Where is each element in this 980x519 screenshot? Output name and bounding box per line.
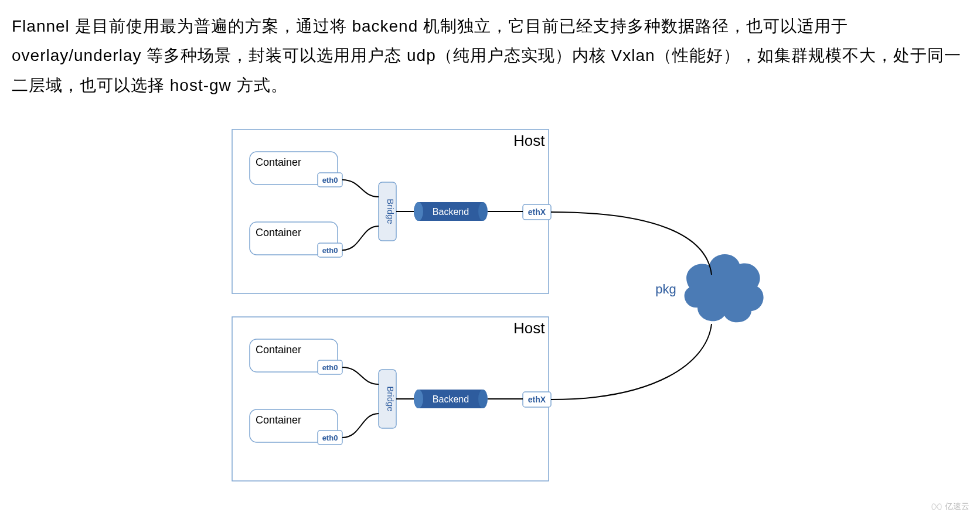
host-2-container-1: Container eth0 [250, 339, 342, 374]
watermark-text: 亿速云 [945, 501, 969, 504]
host-2-container-1-nic: eth0 [322, 363, 338, 372]
svg-point-19 [478, 390, 488, 408]
host-2-bridge-label: Bridge [386, 386, 396, 411]
host-1-container-1-label: Container [256, 156, 301, 168]
host-2-container-2: Container eth0 [250, 409, 342, 445]
cloud-label: pkg [655, 282, 676, 296]
host-2: Host Container eth0 Container eth0 Bridg… [232, 317, 551, 481]
link-h1-ethx-cloud [551, 212, 712, 275]
host-1-ethx: ethX [523, 204, 551, 220]
host-1-backend-label: Backend [433, 207, 469, 217]
svg-point-20 [414, 390, 423, 408]
link-h2-c1-bridge [342, 367, 379, 384]
link-h2-c2-bridge [342, 414, 379, 438]
host-1-container-2: Container eth0 [250, 222, 342, 257]
svg-point-8 [478, 202, 488, 221]
link-h1-c2-bridge [342, 226, 379, 250]
host-1-container-2-nic: eth0 [322, 246, 338, 255]
host-1-bridge: Bridge [379, 182, 396, 241]
host-1-backend: Backend [414, 202, 488, 221]
link-h1-c1-bridge [342, 180, 379, 197]
host-1-ethx-label: ethX [528, 207, 546, 217]
watermark: 亿速云 [931, 501, 969, 504]
host-2-container-2-nic: eth0 [322, 433, 338, 442]
link-h2-ethx-cloud [551, 324, 712, 400]
host-1-container-1: Container eth0 [250, 152, 342, 187]
host-1-bridge-label: Bridge [386, 199, 396, 224]
host-2-ethx-label: ethX [528, 395, 546, 404]
host-2-backend-label: Backend [433, 394, 469, 404]
host-1-container-2-label: Container [256, 227, 301, 238]
host-2-ethx: ethX [523, 392, 551, 407]
host-2-container-2-label: Container [256, 414, 301, 426]
host-2-container-1-label: Container [256, 344, 301, 356]
host-2-backend: Backend [414, 390, 488, 408]
description-text: Flannel 是目前使用最为普遍的方案，通过将 backend 机制独立，它目… [12, 12, 968, 100]
infinity-icon [931, 503, 942, 504]
host-1-container-1-nic: eth0 [322, 176, 338, 185]
diagram-container: Host Container eth0 Container eth0 Bridg… [12, 118, 968, 493]
host-2-bridge: Bridge [379, 370, 396, 428]
host-1: Host Container eth0 Container eth0 Bridg… [232, 129, 551, 293]
svg-point-9 [414, 202, 423, 221]
host-1-label: Host [513, 132, 545, 149]
host-2-label: Host [513, 319, 545, 337]
network-diagram: Host Container eth0 Container eth0 Bridg… [197, 118, 783, 493]
